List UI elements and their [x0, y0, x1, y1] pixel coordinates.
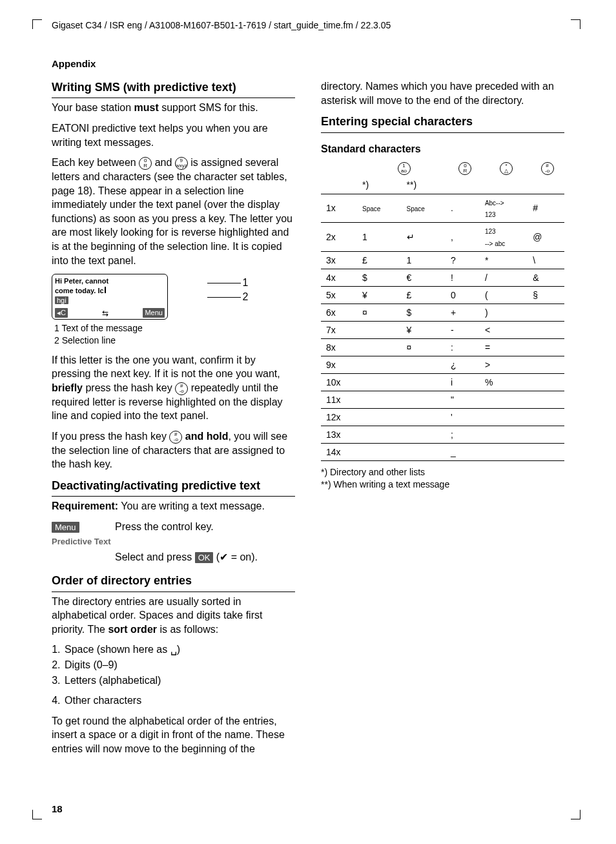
figure-legend: 1 Text of the message 2 Selection line [54, 322, 295, 347]
key-hash-icon: #-o [175, 382, 188, 395]
list-item: Digits (0–9) [63, 658, 295, 672]
cell [530, 374, 564, 391]
sort-order-list-cont: Other characters [63, 694, 295, 708]
cell [404, 409, 449, 426]
text-bold: must [134, 102, 159, 113]
cell [482, 391, 530, 409]
standard-characters-table: 1ao 0R *△ #-o *) **) 1xSpaceSpace.Abc-->… [321, 160, 564, 461]
callout-2: 2 [242, 291, 248, 302]
key-hash-icon: #-o [541, 162, 554, 175]
text: If this letter is the one you want, conf… [52, 355, 280, 380]
cell: ; [448, 426, 482, 444]
body-text: If you press the hash key #-o and hold, … [52, 429, 295, 471]
cell [360, 339, 404, 356]
key-star-icon: *△ [500, 162, 513, 175]
table-row: 3x£1?*\ [321, 252, 564, 269]
table-row: 13x; [321, 426, 564, 444]
row-label: 1x [321, 194, 360, 223]
row-label: 11x [321, 391, 360, 409]
cell: & [530, 269, 564, 287]
row-label: 4x [321, 269, 360, 287]
footnote: **) When writing a text message [321, 479, 449, 489]
list-item: Space (shown here as ␣) [63, 643, 295, 657]
cell: ↵ [404, 223, 449, 252]
text: You are writing a text message. [118, 500, 265, 511]
row-label: 2x [321, 223, 360, 252]
row-label: 10x [321, 374, 360, 391]
table-row: 9x¿> [321, 356, 564, 374]
cell: , [448, 223, 482, 252]
list-item: Letters (alphabetical) [63, 674, 295, 688]
cell: ¤ [360, 304, 404, 322]
cell [530, 322, 564, 339]
cell: ? [448, 252, 482, 269]
cell: * [482, 252, 530, 269]
text: If you press the hash key [52, 431, 169, 442]
cell [360, 356, 404, 374]
table-row: 2x1↵,123--> abc@ [321, 223, 564, 252]
text-bold: sort order [108, 624, 157, 635]
cell: Space [360, 194, 404, 223]
crop-mark [571, 810, 580, 819]
heading-writing-sms: Writing SMS (with predictive text) [52, 79, 295, 98]
cell [530, 409, 564, 426]
cell [482, 409, 530, 426]
page-body: Gigaset C34 / ISR eng / A31008-M1607-B50… [52, 19, 564, 812]
cell [360, 374, 404, 391]
crop-mark [32, 810, 42, 819]
cell: 0 [448, 287, 482, 304]
cell: ¿ [448, 356, 482, 374]
running-header: Gigaset C34 / ISR eng / A31008-M1607-B50… [52, 19, 564, 32]
table-row: 4x$€!/& [321, 269, 564, 287]
cell [530, 444, 564, 461]
cell [404, 391, 449, 409]
sort-order-list: Space (shown here as ␣) Digits (0–9) Let… [63, 643, 295, 687]
cell [482, 426, 530, 444]
text-bold: Requirement: [52, 500, 118, 511]
row-label: 14x [321, 444, 360, 461]
cell: ¥ [404, 322, 449, 339]
cell [360, 426, 404, 444]
table-row: 7x¥-< [321, 322, 564, 339]
key-hash-icon: #-o [169, 431, 182, 444]
cell: > [482, 356, 530, 374]
cell: / [482, 269, 530, 287]
cell: . [448, 194, 482, 223]
heading-special-chars: Entering special characters [321, 114, 564, 132]
cell [404, 426, 449, 444]
row-label: 3x [321, 252, 360, 269]
cell: - [448, 322, 482, 339]
body-text: The directory entries are usually sorted… [52, 595, 295, 637]
cell: € [404, 269, 449, 287]
table-row: 6x¤$+) [321, 304, 564, 322]
table-row: 12x' [321, 409, 564, 426]
table-footnotes: *) Directory and other lists **) When wr… [321, 466, 564, 491]
cell: < [482, 322, 530, 339]
screen-line2: come today. Ic [55, 286, 165, 296]
cell [404, 374, 449, 391]
two-column-layout: Writing SMS (with predictive text) Your … [52, 79, 564, 783]
legend-line: 2 Selection line [54, 335, 116, 345]
cell: i [448, 374, 482, 391]
row-label: 7x [321, 322, 360, 339]
cell [360, 409, 404, 426]
body-text: Your base station must support SMS for t… [52, 101, 295, 115]
row-label: 13x [321, 426, 360, 444]
row-label: 9x [321, 356, 360, 374]
cell: 1 [404, 252, 449, 269]
key-0-icon: 0R [458, 162, 471, 175]
table-row: 14x_ [321, 444, 564, 461]
subheader: *) [360, 177, 404, 194]
cell: 123--> abc [482, 223, 530, 252]
cell: : [448, 339, 482, 356]
cell: Space [404, 194, 449, 223]
row-label: 6x [321, 304, 360, 322]
body-text: If this letter is the one you want, conf… [52, 353, 295, 423]
cell [360, 391, 404, 409]
cell: 1 [360, 223, 404, 252]
key-9-icon: 9wxyz [175, 157, 188, 170]
body-text: Requirement: You are writing a text mess… [52, 499, 295, 513]
subheading-standard: Standard characters [321, 142, 564, 156]
row-label: 8x [321, 339, 360, 356]
cell [360, 444, 404, 461]
